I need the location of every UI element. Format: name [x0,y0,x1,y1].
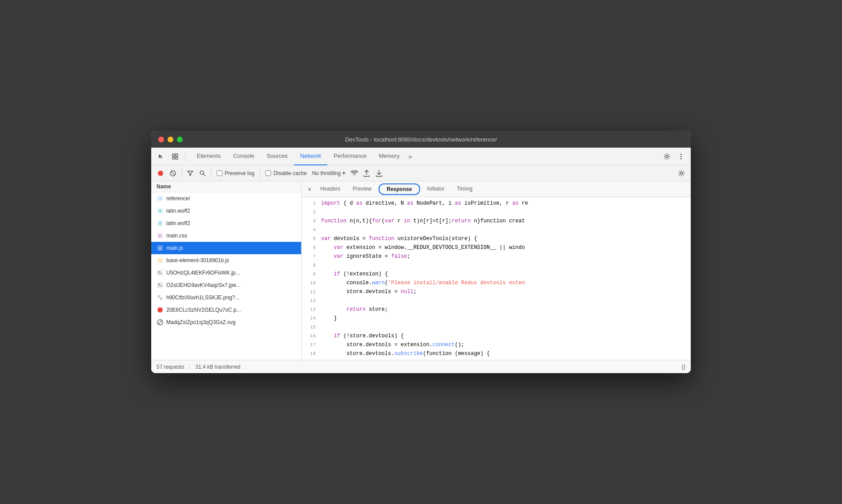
line-number: 14 [302,314,321,323]
tab-sources[interactable]: Sources [260,148,294,165]
format-button[interactable]: {} [681,363,685,370]
maximize-button[interactable] [177,137,183,142]
tab-memory[interactable]: Memory [373,148,406,165]
js-file-icon: ⊙ [157,244,164,252]
throttle-wrapper: No throttling ▼ [310,170,348,176]
tab-console[interactable]: Console [227,148,260,165]
line-number: 3 [302,217,321,225]
blocked-file-icon [157,319,164,326]
list-item[interactable]: T latin.woff2 [151,217,301,229]
file-name: h90CtfziXluvh1LSSKJE.png?... [166,294,239,301]
preserve-log-label[interactable]: Preserve log [214,170,257,176]
tab-headers[interactable]: Headers [314,181,346,197]
preserve-log-checkbox[interactable] [217,170,222,176]
download-icon[interactable] [373,168,385,179]
code-line: 13 return store; [302,305,691,314]
file-name: base-element-3018901b.js [166,257,229,263]
inspect-icon[interactable] [169,150,181,163]
cursor-icon[interactable] [155,150,167,163]
line-number: 15 [302,323,321,332]
list-item[interactable]: MadqZsIZpo1sj3qQ3GsZ.svg [151,316,301,328]
file-name: reference/ [166,195,190,202]
list-item[interactable]: 20E6CLcSzNV2GELQu7oC.p... [151,304,301,316]
html-file-icon: ≡ [157,195,164,202]
disable-cache-checkbox[interactable] [265,170,271,176]
svg-text:⊙: ⊙ [159,247,161,250]
list-item[interactable]: ✏ main.css [151,229,301,242]
search-button[interactable] [197,168,208,179]
code-view[interactable]: 1 import { d as directive, N as NodePart… [302,197,691,360]
record-button[interactable] [155,168,166,179]
more-tabs-button[interactable]: » [406,153,415,160]
code-line: 12 [302,296,691,305]
toolbar-separator-2 [211,168,211,178]
tab-elements[interactable]: Elements [191,148,227,165]
code-line: 2 [302,208,691,217]
line-code: } [321,314,691,323]
tab-initiator[interactable]: Initiator [421,181,451,197]
file-name: 20E6CLcSzNV2GELQu7oC.p... [166,307,241,313]
list-item[interactable]: T latin.woff2 [151,205,301,217]
code-line: 17 store.devtools = extension.connect(); [302,340,691,349]
file-name: latin.woff2 [166,220,190,226]
line-code: store.devtools = null; [321,287,691,296]
svg-point-28 [158,271,160,272]
line-number: 17 [302,340,321,349]
more-options-icon[interactable] [675,150,687,163]
tab-timing[interactable]: Timing [451,181,479,197]
svg-rect-33 [160,298,162,300]
code-line: 18 store.devtools.subscribe(function (me… [302,349,691,358]
svg-point-6 [681,156,682,157]
list-item[interactable]: h90CtfziXluvh1LSSKJE.png?... [151,291,301,304]
file-name: U5OHzQL4tEKFr6OFlxWK.jp... [166,270,240,276]
line-code [321,261,691,270]
titlebar: DevTools - localhost:8080/docs/devtools/… [151,131,691,148]
svg-line-38 [158,321,162,324]
upload-icon[interactable] [361,168,372,179]
network-settings-icon[interactable] [676,168,687,179]
tab-preview[interactable]: Preview [347,181,378,197]
tab-network[interactable]: Network [294,148,328,165]
file-panel-header: Name [151,181,301,192]
line-number: 4 [302,225,321,234]
network-toolbar: Preserve log Disable cache No throttling… [151,165,691,181]
code-line: 3 function n(n,t){for(var r in t)n[r]=t[… [302,217,691,225]
tab-performance[interactable]: Performance [327,148,372,165]
svg-line-13 [356,171,357,172]
code-line: 7 var ignoreState = false; [302,252,691,261]
svg-rect-3 [176,157,178,159]
wifi-icon[interactable] [348,168,360,179]
minimize-button[interactable] [168,137,173,142]
line-number: 16 [302,332,321,340]
line-number: 12 [302,296,321,305]
file-panel: Name ≡ reference/ [151,181,302,360]
line-code: if (!store.devtools) { [321,332,691,340]
code-line: 11 store.devtools = null; [302,287,691,296]
png-file-icon [157,294,164,301]
list-item[interactable]: ≡ reference/ [151,192,301,205]
list-item[interactable]: ⊙ base-element-3018901b.js [151,254,301,267]
js-file-icon-2: ⊙ [157,257,164,264]
svg-text:✏: ✏ [159,234,161,237]
file-name: latin.woff2 [166,208,190,214]
filter-button[interactable] [184,168,196,179]
line-code: store.devtools = extension.connect(); [321,340,691,349]
close-button[interactable] [158,137,164,142]
throttle-dropdown-arrow[interactable]: ▼ [341,171,346,176]
line-number: 10 [302,279,321,287]
detail-tabs-bar: × Headers Preview Response Initiator Tim… [302,181,691,197]
settings-icon[interactable] [661,150,673,163]
tab-response[interactable]: Response [379,183,420,195]
line-code [321,208,691,217]
list-item-selected[interactable]: ⊙ main.js [151,242,301,254]
disable-cache-label[interactable]: Disable cache [263,170,309,176]
svg-point-5 [681,153,682,155]
file-list: ≡ reference/ T latin.woff [151,192,301,360]
close-detail-button[interactable]: × [305,186,314,193]
svg-point-8 [158,171,163,176]
list-item[interactable]: U5OHzQL4tEKFr6OFlxWK.jp... [151,267,301,279]
clear-button[interactable] [167,168,179,179]
line-code [321,225,691,234]
line-number: 9 [302,270,321,279]
list-item[interactable]: O2slJEHG9avKV4aqzSx7.jpe... [151,279,301,291]
